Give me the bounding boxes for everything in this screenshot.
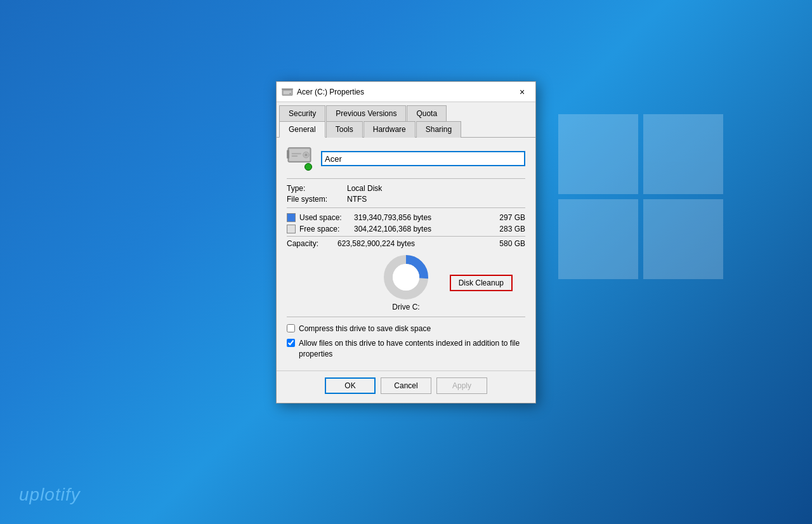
index-checkbox-row: Allow files on this drive to have conten…: [287, 338, 525, 360]
free-space-bytes: 304,242,106,368 bytes: [354, 225, 490, 233]
tab-security[interactable]: Security: [279, 105, 325, 121]
close-button[interactable]: ×: [514, 84, 530, 100]
tab-quota[interactable]: Quota: [407, 105, 447, 121]
info-section: Type: Local Disk File system: NTFS: [287, 178, 525, 204]
tabs-row-top: Security Previous Versions Quota: [277, 102, 535, 121]
type-label: Type:: [287, 184, 347, 193]
svg-point-8: [305, 154, 308, 156]
type-row: Type: Local Disk: [287, 184, 525, 193]
index-checkbox[interactable]: [287, 339, 295, 347]
filesystem-label: File system:: [287, 195, 347, 204]
win-logo-decoration: [558, 114, 736, 292]
cancel-button[interactable]: Cancel: [381, 377, 431, 394]
tab-previous-versions[interactable]: Previous Versions: [326, 105, 406, 121]
index-label: Allow files on this drive to have conten…: [299, 338, 525, 360]
tab-tools[interactable]: Tools: [326, 121, 363, 138]
compress-label: Compress this drive to save disk space: [299, 324, 431, 334]
used-space-gb: 297 GB: [494, 213, 525, 222]
drive-icon-container: [287, 145, 313, 172]
free-space-label: Free space:: [299, 225, 350, 233]
svg-rect-6: [287, 150, 289, 159]
used-space-label: Used space:: [299, 213, 350, 222]
used-space-row: Used space: 319,340,793,856 bytes 297 GB: [287, 213, 525, 222]
title-bar: Acer (C:) Properties ×: [277, 82, 535, 102]
filesystem-value: NTFS: [347, 195, 367, 204]
tab-general[interactable]: General: [279, 121, 325, 138]
donut-chart: [383, 254, 429, 300]
disk-cleanup-button[interactable]: Disk Cleanup: [450, 275, 513, 291]
drive-name-input[interactable]: [321, 151, 525, 166]
type-value: Local Disk: [347, 184, 382, 193]
compress-checkbox-row: Compress this drive to save disk space: [287, 324, 525, 334]
used-space-bytes: 319,340,793,856 bytes: [354, 213, 490, 222]
filesystem-row: File system: NTFS: [287, 195, 525, 204]
drive-status-dot: [304, 163, 312, 171]
capacity-gb: 580 GB: [494, 239, 525, 248]
tab-hardware[interactable]: Hardware: [363, 121, 416, 138]
compress-checkbox[interactable]: [287, 324, 295, 332]
watermark: uplotify: [19, 485, 81, 505]
svg-rect-9: [292, 153, 301, 154]
drive-header: [287, 145, 525, 172]
ok-button[interactable]: OK: [325, 377, 376, 394]
svg-rect-3: [282, 88, 293, 89]
donut-container: Drive C:: [383, 254, 429, 311]
svg-point-2: [289, 93, 291, 94]
tab-sharing[interactable]: Sharing: [416, 121, 461, 138]
space-section: Used space: 319,340,793,856 bytes 297 GB…: [287, 207, 525, 233]
free-space-row: Free space: 304,242,106,368 bytes 283 GB: [287, 225, 525, 233]
drive-label: Drive C:: [392, 303, 419, 311]
checkbox-section: Compress this drive to save disk space A…: [287, 317, 525, 359]
apply-button[interactable]: Apply: [436, 377, 487, 394]
properties-dialog: Acer (C:) Properties × Security Previous…: [276, 81, 536, 403]
tabs-row-bottom: General Tools Hardware Sharing: [277, 121, 535, 137]
capacity-label: Capacity:: [287, 239, 337, 248]
capacity-bytes: 623,582,900,224 bytes: [337, 239, 494, 248]
used-space-color: [287, 213, 296, 222]
dialog-title: Acer (C:) Properties: [297, 88, 514, 96]
title-bar-icon: [282, 86, 293, 98]
capacity-row: Capacity: 623,582,900,224 bytes 580 GB: [287, 236, 525, 248]
disk-visual: Drive C: Disk Cleanup: [287, 254, 525, 311]
dialog-content: Type: Local Disk File system: NTFS Used …: [277, 137, 535, 370]
free-space-color: [287, 225, 296, 233]
svg-point-13: [393, 264, 419, 291]
svg-rect-10: [292, 155, 298, 157]
dialog-footer: OK Cancel Apply: [277, 370, 535, 403]
free-space-gb: 283 GB: [494, 225, 525, 233]
